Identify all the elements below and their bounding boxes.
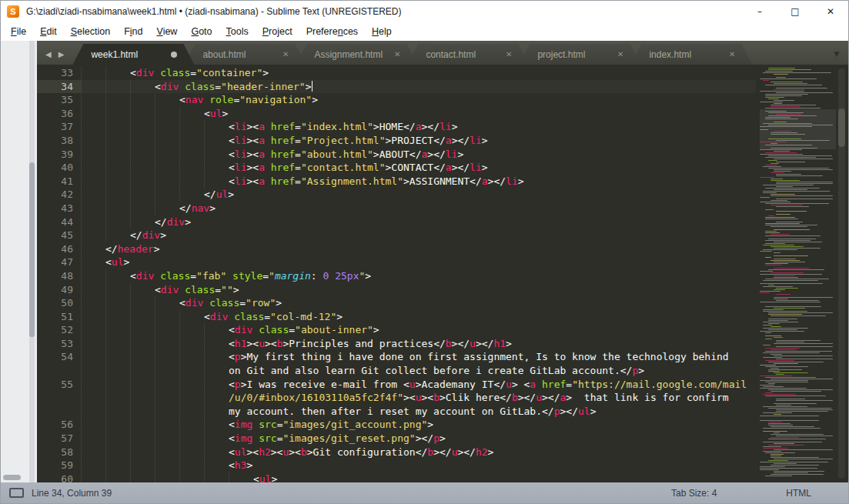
indent-guide bbox=[179, 432, 204, 445]
code-line-42[interactable]: 42</ul> bbox=[37, 188, 756, 202]
menu-file[interactable]: File bbox=[4, 26, 33, 37]
caret-position: Line 34, Column 39 bbox=[32, 488, 112, 499]
code-line-40[interactable]: 40<li><a href="contact.html">CONTACT</a>… bbox=[37, 161, 756, 175]
line-content: <div class="fab" style="margin: 0 25px"> bbox=[81, 269, 371, 283]
close-icon[interactable]: ✕ bbox=[813, 1, 848, 22]
line-number: 51 bbox=[37, 310, 81, 324]
code-line-33[interactable]: 33<div class="container"> bbox=[37, 66, 756, 80]
tab-index.html[interactable]: index.html✕ bbox=[630, 44, 752, 65]
indent-guide bbox=[81, 378, 105, 391]
close-tab-icon[interactable]: ✕ bbox=[613, 50, 623, 58]
tab-project.html[interactable]: project.html✕ bbox=[519, 44, 640, 65]
indent-guide bbox=[105, 378, 130, 391]
code-line-56[interactable]: 56<img src="images/git_account.png"> bbox=[37, 418, 756, 432]
code-line-35[interactable]: 35<nav role="navigation"> bbox=[37, 93, 756, 107]
code-line-41[interactable]: 41<li><a href="Assignment.html">ASSIGNME… bbox=[37, 175, 756, 189]
code-line-34[interactable]: 34<div class="header-inner"> bbox=[37, 80, 756, 94]
indent-guide bbox=[81, 255, 105, 269]
line-number: 38 bbox=[37, 134, 81, 148]
line-number: 52 bbox=[37, 323, 81, 337]
code-line-44[interactable]: 44</div> bbox=[37, 215, 756, 229]
code-line-49[interactable]: 49<div class=""> bbox=[37, 283, 756, 297]
close-tab-icon[interactable]: ✕ bbox=[724, 50, 735, 58]
menu-preferences[interactable]: Preferences bbox=[299, 26, 365, 37]
code-line-55[interactable]: 55<p>I was receive e-mail from <u>Academ… bbox=[37, 378, 756, 392]
menu-selection[interactable]: Selection bbox=[64, 26, 117, 37]
sublime-logo-icon: S bbox=[7, 5, 19, 18]
close-tab-icon[interactable]: ✕ bbox=[501, 50, 512, 58]
console-panel-icon[interactable] bbox=[9, 488, 24, 498]
code-line-48[interactable]: 48<div class="fab" style="margin: 0 25px… bbox=[37, 269, 756, 283]
indent-guide bbox=[155, 459, 179, 472]
indent-guide bbox=[130, 120, 155, 133]
indent-guide bbox=[155, 161, 179, 174]
indent-guide bbox=[179, 161, 204, 174]
code-editor[interactable]: 33<div class="container">34<div class="h… bbox=[37, 65, 848, 482]
indent-guide bbox=[155, 188, 179, 201]
code-line-wrap[interactable]: /u/0/#inbox/16103110a5fc2f4f"><u><b>Clik… bbox=[37, 391, 756, 405]
code-line-59[interactable]: 59<h3> bbox=[37, 459, 756, 472]
menu-find[interactable]: Find bbox=[117, 26, 149, 37]
menu-help[interactable]: Help bbox=[365, 26, 399, 37]
minimize-icon[interactable]: – bbox=[742, 1, 777, 22]
close-tab-icon[interactable]: ✕ bbox=[278, 50, 289, 58]
menu-tools[interactable]: Tools bbox=[219, 26, 256, 37]
tab-contact.html[interactable]: contact.html✕ bbox=[407, 44, 529, 65]
maximize-icon[interactable]: □ bbox=[777, 1, 813, 22]
tab-Assignment.html[interactable]: Assignment.html✕ bbox=[296, 44, 417, 65]
code-line-45[interactable]: 45</div> bbox=[37, 229, 756, 242]
indent-guide bbox=[130, 472, 155, 482]
menu-edit[interactable]: Edit bbox=[33, 26, 64, 37]
menu-goto[interactable]: Goto bbox=[184, 26, 219, 37]
menu-view[interactable]: View bbox=[150, 26, 185, 37]
code-line-52[interactable]: 52<div class="about-inner"> bbox=[37, 323, 756, 337]
code-line-58[interactable]: 58<ul><h2><u><b>Git configuration</b></u… bbox=[37, 446, 756, 459]
tab-about.html[interactable]: about.html✕ bbox=[184, 44, 306, 65]
forward-arrow-icon[interactable]: ▶ bbox=[58, 50, 65, 58]
code-line-wrap[interactable]: my account. then after i reset my accoun… bbox=[37, 405, 756, 419]
tab-size-indicator[interactable]: Tab Size: 4 bbox=[660, 488, 727, 499]
code-line-43[interactable]: 43</nav> bbox=[37, 202, 756, 215]
side-panel bbox=[1, 41, 37, 482]
tab-week1.html[interactable]: week1.html bbox=[72, 44, 194, 65]
code-line-57[interactable]: 57<img src="images/git_reset.png"></p> bbox=[37, 432, 756, 446]
code-line-36[interactable]: 36<ul> bbox=[37, 107, 756, 121]
indent-guide bbox=[179, 120, 204, 133]
code-line-50[interactable]: 50<div class="row"> bbox=[37, 296, 756, 310]
line-number: 58 bbox=[37, 446, 81, 459]
indent-guide bbox=[105, 296, 130, 309]
line-content: <li><a href="Assignment.html">ASSIGNMENT… bbox=[81, 175, 524, 189]
close-tab-icon[interactable]: ✕ bbox=[389, 50, 400, 58]
indent-guide bbox=[81, 350, 105, 363]
indent-guide bbox=[204, 472, 229, 482]
editor-scrollbar-thumb[interactable] bbox=[838, 108, 845, 147]
syntax-indicator[interactable]: HTML bbox=[775, 488, 822, 499]
minimap[interactable] bbox=[760, 68, 836, 482]
indent-guide bbox=[179, 350, 204, 363]
editor-scrollbar[interactable] bbox=[838, 68, 845, 479]
code-line-wrap[interactable]: on Git and also learn Git collect before… bbox=[37, 364, 756, 378]
tab-overflow-icon[interactable]: ▼ bbox=[832, 49, 841, 58]
side-panel-horizontal-scrollbar-thumb[interactable] bbox=[3, 475, 21, 480]
indent-guide bbox=[179, 310, 204, 323]
indent-guide bbox=[81, 391, 105, 404]
indent-guide bbox=[130, 161, 155, 174]
indent-guide bbox=[105, 405, 130, 418]
code-line-39[interactable]: 39<li><a href="about.html">ABOUT</a></li… bbox=[37, 148, 756, 162]
code-line-51[interactable]: 51<div class="col-md-12"> bbox=[37, 310, 756, 324]
indent-guide bbox=[179, 472, 204, 482]
back-arrow-icon[interactable]: ◀ bbox=[45, 50, 52, 58]
code-line-46[interactable]: 46</header> bbox=[37, 242, 756, 256]
code-line-47[interactable]: 47<ul> bbox=[37, 255, 756, 269]
code-line-38[interactable]: 38<li><a href="Project.html">PROJECT</a>… bbox=[37, 134, 756, 148]
code-line-54[interactable]: 54<p>My first thing i have done on first… bbox=[37, 350, 756, 364]
tab-label: contact.html bbox=[426, 49, 501, 60]
side-panel-vertical-scrollbar-thumb[interactable] bbox=[29, 162, 35, 337]
indent-guide bbox=[155, 364, 179, 377]
code-line-53[interactable]: 53<h1><u><b>Principles and practices</b>… bbox=[37, 337, 756, 351]
menu-project[interactable]: Project bbox=[256, 26, 299, 37]
line-content: <img src="images/git_reset.png"></p> bbox=[81, 432, 446, 446]
code-line-37[interactable]: 37<li><a href="index.html">HOME</a></li> bbox=[37, 120, 756, 134]
code-line-60[interactable]: 60<ul> bbox=[37, 472, 756, 482]
line-content: </ul> bbox=[81, 188, 234, 202]
